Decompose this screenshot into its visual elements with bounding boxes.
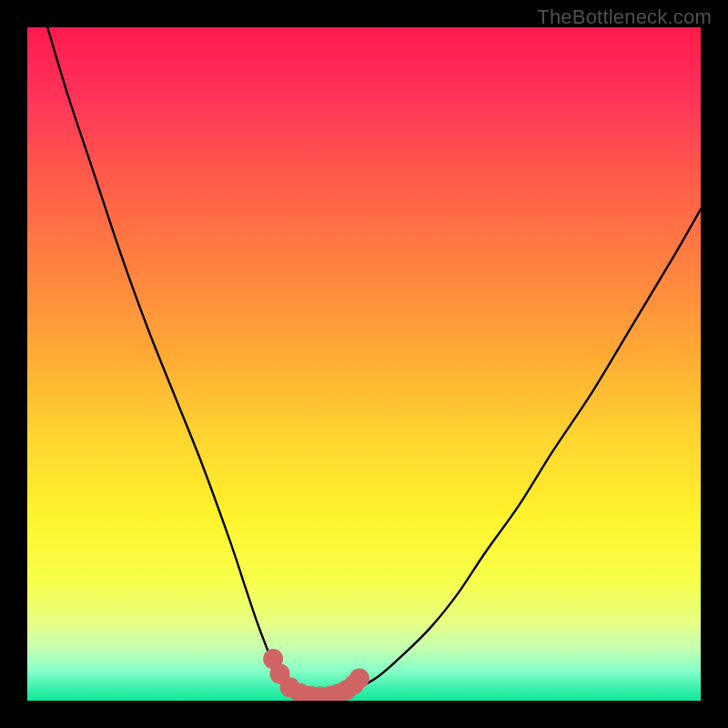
plot-area [27,27,701,701]
valley-dots [27,27,701,701]
valley-dot [349,669,369,689]
watermark-text: TheBottleneck.com [537,5,712,29]
